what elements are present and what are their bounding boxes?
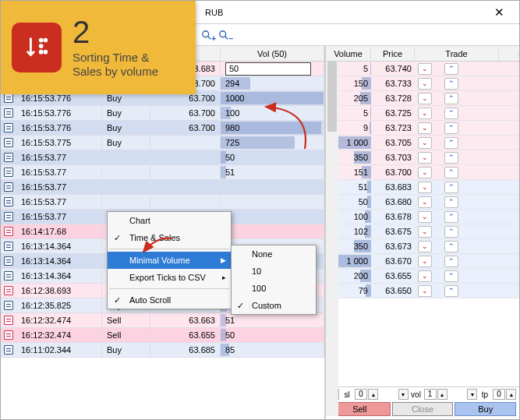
- buy-at-price-button[interactable]: ⌃: [444, 152, 458, 164]
- menu-time-sales[interactable]: ✓Time & Sales: [108, 229, 231, 246]
- menu-chart[interactable]: Chart: [108, 212, 231, 229]
- tutorial-badge: 2 Sorting Time &Sales by volume: [1, 1, 196, 94]
- sell-at-price-button[interactable]: ⌄: [418, 285, 432, 297]
- table-row[interactable]: 16:15:53.7751: [1, 165, 324, 180]
- trade-doc-icon: [4, 301, 13, 310]
- dom-row[interactable]: 1 00063.705⌄⌃: [326, 136, 519, 150]
- dom-row[interactable]: 35063.703⌄⌃: [326, 150, 519, 165]
- sell-at-price-button[interactable]: ⌄: [418, 241, 432, 252]
- sell-at-price-button[interactable]: ⌄: [418, 167, 432, 178]
- sell-at-price-button[interactable]: ⌄: [418, 226, 432, 238]
- dom-row[interactable]: 1 00063.670⌄⌃: [326, 254, 519, 269]
- buy-at-price-button[interactable]: ⌃: [444, 78, 458, 90]
- col-trade-header[interactable]: Trade: [415, 48, 499, 60]
- col-volume-header[interactable]: Volume: [326, 48, 371, 60]
- close-button[interactable]: Close: [392, 402, 454, 416]
- table-row[interactable]: 16:15:53.775Buy725: [1, 136, 324, 150]
- svg-point-2: [40, 51, 42, 53]
- volume-sort-icon: [12, 23, 62, 72]
- col-vol-header[interactable]: Vol (50): [221, 48, 324, 60]
- dom-row[interactable]: 10263.675⌄⌃: [326, 224, 519, 239]
- buy-at-price-button[interactable]: ⌃: [444, 211, 458, 223]
- sell-at-price-button[interactable]: ⌄: [418, 270, 432, 282]
- sell-at-price-button[interactable]: ⌄: [418, 78, 432, 90]
- sell-at-price-button[interactable]: ⌄: [418, 182, 432, 193]
- dom-row[interactable]: 35063.673⌄⌃: [326, 239, 519, 254]
- submenu-100[interactable]: 100: [232, 280, 316, 297]
- trade-doc-icon: [4, 108, 13, 118]
- buy-at-price-button[interactable]: ⌃: [444, 196, 458, 208]
- dom-row[interactable]: 7963.650⌄⌃: [326, 284, 519, 298]
- sell-at-price-button[interactable]: ⌄: [418, 256, 432, 267]
- dom-row[interactable]: 10063.678⌄⌃: [326, 210, 519, 224]
- sell-at-price-button[interactable]: ⌄: [418, 137, 432, 149]
- svg-line-6: [208, 36, 211, 39]
- buy-at-price-button[interactable]: ⌃: [444, 182, 458, 193]
- menu-export-csv[interactable]: Export Ticks to CSV▸: [108, 269, 231, 286]
- buy-at-price-button[interactable]: ⌃: [444, 256, 458, 267]
- dom-row[interactable]: 563.740⌄⌃: [326, 62, 519, 76]
- tp-stepper[interactable]: ▾tp0▴: [467, 389, 516, 400]
- trade-doc-icon: [4, 316, 13, 325]
- buy-button[interactable]: Buy: [455, 402, 516, 416]
- scrollbar[interactable]: [326, 62, 338, 416]
- dom-row[interactable]: 563.725⌄⌃: [326, 106, 519, 121]
- menu-minimal-volume[interactable]: Minimal Volume▶: [108, 252, 231, 269]
- svg-point-7: [220, 30, 226, 37]
- dom-row[interactable]: 15163.700⌄⌃: [326, 165, 519, 180]
- sell-at-price-button[interactable]: ⌄: [418, 211, 432, 223]
- dom-row[interactable]: 963.723⌄⌃: [326, 121, 519, 136]
- buy-at-price-button[interactable]: ⌃: [444, 285, 458, 297]
- submenu-none[interactable]: None: [232, 245, 316, 263]
- trade-doc-icon: [4, 286, 13, 295]
- trade-doc-icon: [4, 138, 13, 147]
- zoom-in-icon[interactable]: +: [200, 29, 213, 41]
- buy-at-price-button[interactable]: ⌃: [444, 122, 458, 134]
- buy-at-price-button[interactable]: ⌃: [444, 93, 458, 104]
- trade-doc-icon: [4, 227, 13, 236]
- context-menu[interactable]: Chart ✓Time & Sales Minimal Volume▶ Expo…: [107, 211, 232, 309]
- trade-doc-icon: [4, 242, 13, 251]
- close-icon[interactable]: ✕: [483, 5, 515, 19]
- trade-doc-icon: [4, 212, 13, 221]
- dom-row[interactable]: 15063.733⌄⌃: [326, 76, 519, 91]
- zoom-out-icon[interactable]: –: [218, 29, 230, 41]
- table-row[interactable]: 16:15:53.776Buy63.700100: [1, 106, 324, 121]
- sell-at-price-button[interactable]: ⌄: [418, 196, 432, 208]
- trade-doc-icon: [4, 330, 13, 340]
- table-row[interactable]: 16:11:02.344Buy63.68585: [1, 343, 324, 358]
- buy-at-price-button[interactable]: ⌃: [444, 108, 458, 119]
- sell-at-price-button[interactable]: ⌄: [418, 122, 432, 134]
- dom-row[interactable]: 20563.728⌄⌃: [326, 91, 519, 106]
- svg-point-0: [40, 39, 42, 41]
- svg-point-1: [40, 45, 42, 48]
- sell-at-price-button[interactable]: ⌄: [418, 152, 432, 164]
- sell-at-price-button[interactable]: ⌄: [418, 63, 432, 75]
- vol-stepper[interactable]: ▾vol1▴: [398, 389, 447, 400]
- buy-at-price-button[interactable]: ⌃: [444, 167, 458, 178]
- submenu-10[interactable]: 10: [232, 263, 316, 280]
- submenu-minimal-volume[interactable]: None 10 100 ✓Custom: [231, 245, 317, 315]
- menu-auto-scroll[interactable]: ✓Auto Scroll: [108, 291, 231, 309]
- table-row[interactable]: 16:12:32.474Sell63.65550: [1, 328, 324, 343]
- col-price-header[interactable]: Price: [371, 48, 415, 60]
- submenu-custom[interactable]: ✓Custom: [232, 297, 316, 314]
- sell-at-price-button[interactable]: ⌄: [418, 93, 432, 104]
- table-row[interactable]: 16:15:53.77: [1, 195, 324, 210]
- sell-at-price-button[interactable]: ⌄: [418, 108, 432, 119]
- dom-row[interactable]: 20063.655⌄⌃: [326, 269, 519, 284]
- trade-doc-icon: [4, 168, 13, 177]
- dom-row[interactable]: 5063.680⌄⌃: [326, 195, 519, 210]
- buy-at-price-button[interactable]: ⌃: [444, 226, 458, 238]
- table-row[interactable]: 16:15:53.7750: [1, 150, 324, 165]
- buy-at-price-button[interactable]: ⌃: [444, 241, 458, 252]
- svg-point-3: [44, 39, 47, 41]
- buy-at-price-button[interactable]: ⌃: [444, 63, 458, 75]
- dom-row[interactable]: 5163.683⌄⌃: [326, 180, 519, 195]
- table-row[interactable]: 16:15:53.77: [1, 180, 324, 195]
- table-row[interactable]: 16:15:53.776Buy63.700980: [1, 121, 324, 136]
- buy-at-price-button[interactable]: ⌃: [444, 137, 458, 149]
- vol-filter-input[interactable]: [225, 62, 311, 76]
- buy-at-price-button[interactable]: ⌃: [444, 270, 458, 282]
- table-row[interactable]: 16:12:32.474Sell63.66351: [1, 313, 324, 328]
